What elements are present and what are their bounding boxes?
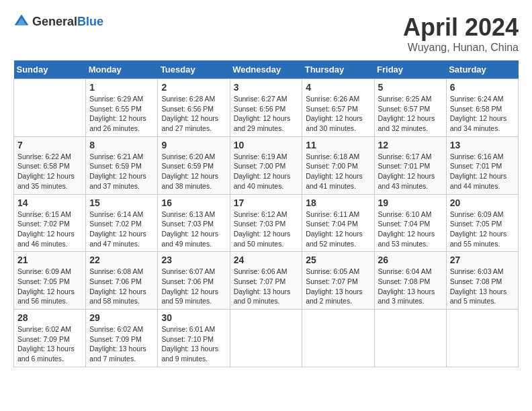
day-number: 24: [234, 255, 299, 265]
day-number: 23: [161, 255, 226, 265]
day-number: 5: [378, 82, 443, 93]
day-number: 2: [161, 82, 226, 93]
calendar-table: SundayMondayTuesdayWednesdayThursdayFrid…: [13, 60, 519, 367]
week-row-4: 28Sunrise: 6:02 AM Sunset: 7:09 PM Dayli…: [14, 310, 519, 367]
calendar-cell: 23Sunrise: 6:07 AM Sunset: 7:06 PM Dayli…: [158, 252, 230, 310]
calendar-cell: 22Sunrise: 6:08 AM Sunset: 7:06 PM Dayli…: [86, 252, 158, 310]
calendar-cell: 20Sunrise: 6:09 AM Sunset: 7:05 PM Dayli…: [446, 194, 518, 252]
calendar-cell: 19Sunrise: 6:10 AM Sunset: 7:04 PM Dayli…: [374, 194, 446, 252]
day-info: Sunrise: 6:02 AM Sunset: 7:09 PM Dayligh…: [17, 324, 82, 364]
day-info: Sunrise: 6:06 AM Sunset: 7:07 PM Dayligh…: [234, 267, 299, 306]
calendar-cell: 6Sunrise: 6:24 AM Sunset: 6:58 PM Daylig…: [446, 79, 518, 137]
day-number: 4: [306, 82, 370, 93]
day-info: Sunrise: 6:20 AM Sunset: 6:59 PM Dayligh…: [161, 152, 226, 191]
title-area: April 2024 Wuyang, Hunan, China: [403, 13, 519, 54]
header-friday: Friday: [374, 60, 446, 79]
location-title: Wuyang, Hunan, China: [403, 42, 519, 54]
calendar-cell: 25Sunrise: 6:05 AM Sunset: 7:07 PM Dayli…: [302, 252, 374, 310]
calendar-cell: 2Sunrise: 6:28 AM Sunset: 6:56 PM Daylig…: [158, 79, 230, 137]
day-info: Sunrise: 6:22 AM Sunset: 6:58 PM Dayligh…: [17, 152, 82, 191]
day-info: Sunrise: 6:03 AM Sunset: 7:08 PM Dayligh…: [450, 267, 515, 306]
day-info: Sunrise: 6:29 AM Sunset: 6:55 PM Dayligh…: [89, 94, 154, 134]
day-number: 1: [89, 82, 154, 93]
header-monday: Monday: [86, 60, 158, 79]
day-number: 17: [234, 197, 299, 208]
day-number: 13: [450, 140, 515, 150]
day-number: 12: [378, 140, 443, 150]
calendar-cell: 5Sunrise: 6:25 AM Sunset: 6:57 PM Daylig…: [374, 79, 446, 137]
calendar-cell: 12Sunrise: 6:17 AM Sunset: 7:01 PM Dayli…: [374, 136, 446, 194]
day-info: Sunrise: 6:21 AM Sunset: 6:59 PM Dayligh…: [89, 152, 154, 191]
calendar-cell: 28Sunrise: 6:02 AM Sunset: 7:09 PM Dayli…: [14, 310, 86, 367]
day-info: Sunrise: 6:04 AM Sunset: 7:08 PM Dayligh…: [378, 267, 443, 306]
calendar-cell: 18Sunrise: 6:11 AM Sunset: 7:04 PM Dayli…: [302, 194, 374, 252]
day-info: Sunrise: 6:14 AM Sunset: 7:02 PM Dayligh…: [89, 210, 154, 249]
calendar-cell: [374, 310, 446, 367]
day-number: 30: [161, 312, 226, 323]
calendar-cell: 16Sunrise: 6:13 AM Sunset: 7:03 PM Dayli…: [158, 194, 230, 252]
calendar-cell: [302, 310, 374, 367]
day-number: 6: [450, 82, 515, 93]
header-thursday: Thursday: [302, 60, 374, 79]
week-row-2: 14Sunrise: 6:15 AM Sunset: 7:02 PM Dayli…: [14, 194, 519, 252]
calendar-header-row: SundayMondayTuesdayWednesdayThursdayFrid…: [14, 60, 519, 79]
calendar-cell: 1Sunrise: 6:29 AM Sunset: 6:55 PM Daylig…: [86, 79, 158, 137]
day-info: Sunrise: 6:01 AM Sunset: 7:10 PM Dayligh…: [161, 324, 226, 364]
calendar-cell: [230, 310, 302, 367]
day-info: Sunrise: 6:07 AM Sunset: 7:06 PM Dayligh…: [161, 267, 226, 306]
day-number: 25: [306, 255, 370, 265]
day-number: 14: [17, 197, 82, 208]
day-info: Sunrise: 6:15 AM Sunset: 7:02 PM Dayligh…: [17, 210, 82, 249]
calendar-cell: [446, 310, 518, 367]
day-info: Sunrise: 6:09 AM Sunset: 7:05 PM Dayligh…: [17, 267, 82, 306]
calendar-cell: 17Sunrise: 6:12 AM Sunset: 7:03 PM Dayli…: [230, 194, 302, 252]
day-number: 19: [378, 197, 443, 208]
month-title: April 2024: [403, 13, 519, 42]
day-number: 29: [89, 312, 154, 323]
day-number: 7: [17, 140, 82, 150]
calendar-cell: 27Sunrise: 6:03 AM Sunset: 7:08 PM Dayli…: [446, 252, 518, 310]
page-header: GeneralBlue April 2024 Wuyang, Hunan, Ch…: [13, 13, 519, 54]
day-info: Sunrise: 6:17 AM Sunset: 7:01 PM Dayligh…: [378, 152, 443, 191]
calendar-cell: 24Sunrise: 6:06 AM Sunset: 7:07 PM Dayli…: [230, 252, 302, 310]
calendar-cell: 29Sunrise: 6:02 AM Sunset: 7:09 PM Dayli…: [86, 310, 158, 367]
calendar-cell: 13Sunrise: 6:16 AM Sunset: 7:01 PM Dayli…: [446, 136, 518, 194]
calendar-cell: [14, 79, 86, 137]
day-number: 18: [306, 197, 370, 208]
day-info: Sunrise: 6:25 AM Sunset: 6:57 PM Dayligh…: [378, 94, 443, 134]
day-info: Sunrise: 6:13 AM Sunset: 7:03 PM Dayligh…: [161, 210, 226, 249]
week-row-1: 7Sunrise: 6:22 AM Sunset: 6:58 PM Daylig…: [14, 136, 519, 194]
week-row-0: 1Sunrise: 6:29 AM Sunset: 6:55 PM Daylig…: [14, 79, 519, 137]
day-number: 3: [234, 82, 299, 93]
day-info: Sunrise: 6:05 AM Sunset: 7:07 PM Dayligh…: [306, 267, 370, 306]
header-sunday: Sunday: [14, 60, 86, 79]
calendar-cell: 14Sunrise: 6:15 AM Sunset: 7:02 PM Dayli…: [14, 194, 86, 252]
day-number: 11: [306, 140, 370, 150]
day-info: Sunrise: 6:08 AM Sunset: 7:06 PM Dayligh…: [89, 267, 154, 306]
logo-general-text: General: [32, 15, 77, 28]
day-number: 15: [89, 197, 154, 208]
day-number: 27: [450, 255, 515, 265]
day-info: Sunrise: 6:27 AM Sunset: 6:56 PM Dayligh…: [234, 94, 299, 134]
day-number: 21: [17, 255, 82, 265]
header-saturday: Saturday: [446, 60, 518, 79]
day-number: 22: [89, 255, 154, 265]
day-info: Sunrise: 6:26 AM Sunset: 6:57 PM Dayligh…: [306, 94, 370, 134]
day-info: Sunrise: 6:10 AM Sunset: 7:04 PM Dayligh…: [378, 210, 443, 249]
calendar-cell: 7Sunrise: 6:22 AM Sunset: 6:58 PM Daylig…: [14, 136, 86, 194]
logo-icon: [13, 13, 30, 30]
day-info: Sunrise: 6:09 AM Sunset: 7:05 PM Dayligh…: [450, 210, 515, 249]
header-tuesday: Tuesday: [158, 60, 230, 79]
day-info: Sunrise: 6:24 AM Sunset: 6:58 PM Dayligh…: [450, 94, 515, 134]
calendar-cell: 15Sunrise: 6:14 AM Sunset: 7:02 PM Dayli…: [86, 194, 158, 252]
day-info: Sunrise: 6:12 AM Sunset: 7:03 PM Dayligh…: [234, 210, 299, 249]
day-number: 20: [450, 197, 515, 208]
calendar-body: 1Sunrise: 6:29 AM Sunset: 6:55 PM Daylig…: [14, 79, 519, 367]
day-number: 10: [234, 140, 299, 150]
day-info: Sunrise: 6:11 AM Sunset: 7:04 PM Dayligh…: [306, 210, 370, 249]
header-wednesday: Wednesday: [230, 60, 302, 79]
day-number: 28: [17, 312, 82, 323]
day-info: Sunrise: 6:02 AM Sunset: 7:09 PM Dayligh…: [89, 324, 154, 364]
day-info: Sunrise: 6:16 AM Sunset: 7:01 PM Dayligh…: [450, 152, 515, 191]
calendar-cell: 26Sunrise: 6:04 AM Sunset: 7:08 PM Dayli…: [374, 252, 446, 310]
